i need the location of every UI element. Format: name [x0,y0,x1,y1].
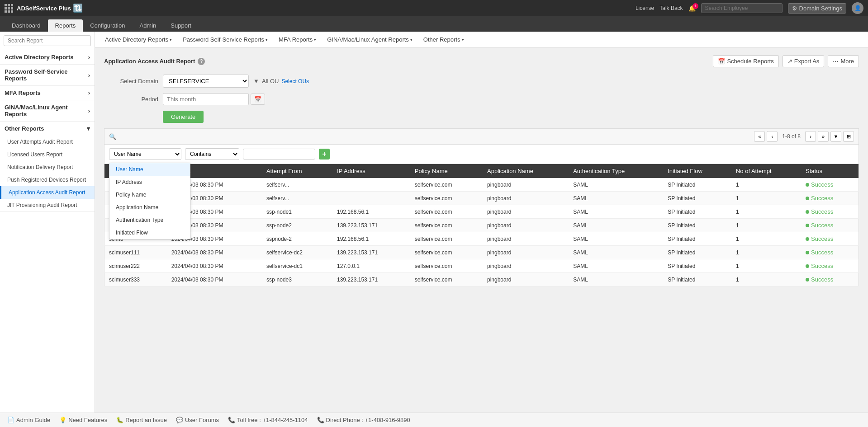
footer-report-issue[interactable]: 🐛 Report an Issue [116,417,167,423]
sidebar: Active Directory Reports › Password Self… [0,32,95,413]
sidebar-section-header-password-self-service[interactable]: Password Self-Service Reports › [0,65,95,85]
domain-settings-button[interactable]: ⚙ Domain Settings [788,3,846,14]
notification-button[interactable]: 🔔 1 [688,5,696,12]
subnav-other-reports[interactable]: Other Reports ▾ [419,33,469,46]
ou-filter: ▼ All OU Select OUs [253,78,309,84]
filter-value-input[interactable] [243,149,315,160]
search-employee-input[interactable] [701,3,783,13]
avatar[interactable]: 👤 [852,2,863,14]
cell-ip: 127.0.0.1 [332,259,410,273]
cell-no-attempt: 1 [731,232,801,246]
cell-initiated-flow: SP Initiated [663,219,731,232]
calendar-button[interactable]: 📅 [251,94,265,105]
export-as-button[interactable]: ↗ Export As [783,55,825,67]
status-badge: Success [806,263,854,269]
status-dot-icon [806,264,809,268]
sidebar-item-app-access[interactable]: Application Access Audit Report [0,186,95,199]
status-badge: Success [806,235,854,242]
nav-tab-configuration[interactable]: Configuration [83,19,132,32]
search-report-input[interactable] [4,35,91,46]
status-badge: Success [806,276,854,283]
cell-ip: 139.223.153.171 [332,273,410,286]
table-row: scimuser333 2024/04/03 08:30 PM ssp-node… [104,273,859,286]
domain-select[interactable]: SELFSERVICE [163,75,249,88]
dropdown-item-authtype[interactable]: Authentication Type [109,214,190,226]
sidebar-item-user-attempts[interactable]: User Attempts Audit Report [0,136,95,148]
notif-badge: 1 [693,3,698,9]
column-toggle-button[interactable]: ⊞ [843,131,854,142]
dropdown-item-username[interactable]: User Name [109,163,190,176]
sidebar-section-gina: GINA/Mac/Linux Agent Reports › [0,100,95,122]
talkback-link[interactable]: Talk Back [659,5,683,11]
sidebar-item-notification-delivery[interactable]: Notification Delivery Report [0,161,95,174]
cell-policy: selfservice.com [410,259,483,273]
cell-policy: selfservice.com [410,192,483,205]
footer-user-forums[interactable]: 💬 User Forums [176,417,219,423]
license-link[interactable]: License [636,5,654,11]
add-filter-button[interactable]: + [319,149,330,160]
cell-time: 2024/04/03 08:30 PM [167,259,262,273]
pager-prev-button[interactable]: ‹ [767,131,778,142]
footer-admin-guide[interactable]: 📄 Admin Guide [7,417,50,423]
dropdown-item-ip[interactable]: IP Address [109,176,190,188]
nav-tab-admin[interactable]: Admin [132,19,163,32]
col-header-attempt-from: Attempt From [262,164,332,178]
sidebar-item-jit-provisioning[interactable]: JIT Provisioning Audit Report [0,199,95,211]
subnav: Active Directory Reports ▾ Password Self… [95,32,868,48]
filter-field-wrapper: User Name User Name IP Address Policy Na… [109,148,181,160]
pager-last-button[interactable]: » [818,131,829,142]
sidebar-section-header-other[interactable]: Other Reports ▾ [0,122,95,136]
info-icon[interactable]: ? [198,58,205,65]
generate-button[interactable]: Generate [163,111,204,123]
subnav-gina-mac-linux[interactable]: GINA/Mac/Linux Agent Reports ▾ [323,33,417,46]
status-dot-icon [806,210,809,214]
chevron-down-icon: ▾ [170,38,172,42]
subnav-active-directory[interactable]: Active Directory Reports ▾ [100,33,176,46]
dropdown-item-initiatedflow[interactable]: Initiated Flow [109,226,190,239]
pager-info: 1-8 of 8 [779,133,803,140]
date-input-wrapper: 📅 [163,93,265,105]
table-controls: 🔍 « ‹ 1-8 of 8 › » ▼ ⊞ [104,128,859,145]
pager-next-button[interactable]: › [805,131,816,142]
chevron-right-icon: › [88,89,90,96]
sidebar-section-header-gina[interactable]: GINA/Mac/Linux Agent Reports › [0,100,95,121]
pager-first-button[interactable]: « [754,131,765,142]
column-filter-button[interactable]: ▼ [830,131,841,142]
cell-attempt-from: ssp-node1 [262,205,332,219]
more-button[interactable]: ⋯ More [828,55,859,67]
cell-appname: pingboard [483,232,569,246]
status-badge: Success [806,195,854,202]
select-ous-link[interactable]: Select OUs [281,78,309,84]
sidebar-section-password-self-service: Password Self-Service Reports › [0,65,95,86]
data-table: User Name Time ▲ Attempt From IP Address [104,164,859,286]
sidebar-section-header-active-directory[interactable]: Active Directory Reports › [0,50,95,64]
sidebar-item-licensed-users[interactable]: Licensed Users Report [0,148,95,161]
filter-field-select[interactable]: User Name [109,148,181,160]
cell-ip: 192.168.56.1 [332,232,410,246]
col-header-ip: IP Address [332,164,410,178]
cell-ip: 192.168.56.1 [332,205,410,219]
cell-status: Success [801,219,859,232]
filter-condition-select[interactable]: Contains [185,148,239,160]
dropdown-item-policy[interactable]: Policy Name [109,188,190,201]
schedule-reports-button[interactable]: 📅 Schedule Reports [713,55,778,67]
sidebar-item-push-registered[interactable]: Push Registered Devices Report [0,174,95,186]
filter-dropdown-menu: User Name IP Address Policy Name Applica… [109,163,190,239]
cell-authtype: SAML [569,246,663,259]
period-input[interactable] [163,93,249,105]
subnav-password-self-service[interactable]: Password Self-Service Reports ▾ [178,33,272,46]
nav-tab-dashboard[interactable]: Dashboard [5,19,48,32]
subnav-mfa[interactable]: MFA Reports ▾ [274,33,321,46]
dropdown-item-appname[interactable]: Application Name [109,201,190,214]
nav-tab-reports[interactable]: Reports [48,19,83,32]
chevron-down-icon: ▾ [266,38,268,42]
nav-tab-support[interactable]: Support [163,19,199,32]
cell-appname: pingboard [483,192,569,205]
generate-form-row: Generate [104,111,859,123]
sidebar-section-header-mfa[interactable]: MFA Reports › [0,86,95,100]
footer-need-features[interactable]: 💡 Need Features [59,417,107,423]
phone-icon: 📞 [228,417,235,423]
topbar: ADSelfService Plus 🔃 License Talk Back 🔔… [0,0,868,16]
chevron-right-icon: › [88,54,90,61]
cell-ip [332,192,410,205]
